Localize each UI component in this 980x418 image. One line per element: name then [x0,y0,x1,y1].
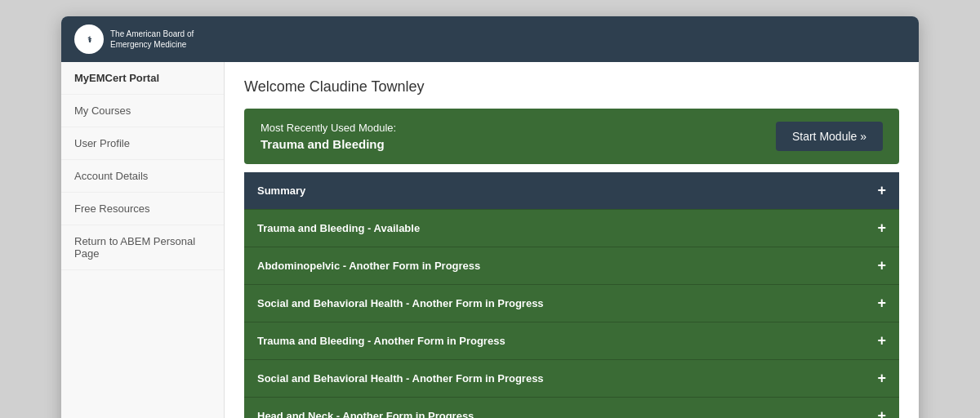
accordion-plus-icon: + [877,295,886,312]
accordion-item-tb-available[interactable]: Trauma and Bleeding - Available + [244,210,899,247]
sidebar-item-courses[interactable]: My Courses [61,95,224,127]
sidebar-item-account[interactable]: Account Details [61,160,224,193]
accordion-label: Trauma and Bleeding - Available [257,222,420,234]
accordion-label: Social and Behavioral Health - Another F… [257,372,544,385]
sidebar-item-profile[interactable]: User Profile [61,127,224,160]
module-name: Trauma and Bleeding [261,137,396,151]
accordion-item-tb-progress[interactable]: Trauma and Bleeding - Another Form in Pr… [244,322,899,360]
accordion-item-head-neck[interactable]: Head and Neck - Another Form in Progress… [244,398,899,418]
accordion-plus-icon: + [877,220,886,237]
module-banner-text: Most Recently Used Module: Trauma and Bl… [261,122,396,151]
accordion-list: Summary + Trauma and Bleeding - Availabl… [244,172,899,418]
accordion-label: Social and Behavioral Health - Another F… [257,297,544,309]
module-banner: Most Recently Used Module: Trauma and Bl… [244,109,899,164]
start-module-button[interactable]: Start Module » [776,122,883,151]
accordion-label: Trauma and Bleeding - Another Form in Pr… [257,335,506,347]
accordion-plus-icon: + [877,370,886,387]
logo-icon: ⚕ [74,24,104,54]
accordion-label: Head and Neck - Another Form in Progress [257,410,474,418]
welcome-heading: Welcome Claudine Townley [244,78,899,96]
accordion-plus-icon: + [877,332,886,349]
main-layout: MyEMCert Portal My Courses User Profile … [61,62,919,418]
main-window: ⚕ The American Board of Emergency Medici… [61,16,919,418]
accordion-item-social1[interactable]: Social and Behavioral Health - Another F… [244,285,899,322]
accordion-plus-icon: + [877,182,886,199]
accordion-plus-icon: + [877,257,886,274]
main-content: Welcome Claudine Townley Most Recently U… [225,62,919,418]
logo-area: ⚕ The American Board of Emergency Medici… [74,24,194,54]
sidebar: MyEMCert Portal My Courses User Profile … [61,62,225,418]
sidebar-item-return[interactable]: Return to ABEM Personal Page [61,225,224,270]
accordion-label: Summary [257,185,305,197]
accordion-plus-icon: + [877,407,886,418]
accordion-label: Abdominopelvic - Another Form in Progres… [257,260,480,272]
top-bar: ⚕ The American Board of Emergency Medici… [61,16,919,62]
sidebar-item-portal[interactable]: MyEMCert Portal [61,62,224,95]
sidebar-item-resources[interactable]: Free Resources [61,193,224,225]
accordion-item-abdomino[interactable]: Abdominopelvic - Another Form in Progres… [244,247,899,285]
logo-text: The American Board of Emergency Medicine [110,29,194,50]
module-label: Most Recently Used Module: [261,122,396,134]
accordion-item-social2[interactable]: Social and Behavioral Health - Another F… [244,360,899,398]
accordion-item-summary[interactable]: Summary + [244,172,899,210]
